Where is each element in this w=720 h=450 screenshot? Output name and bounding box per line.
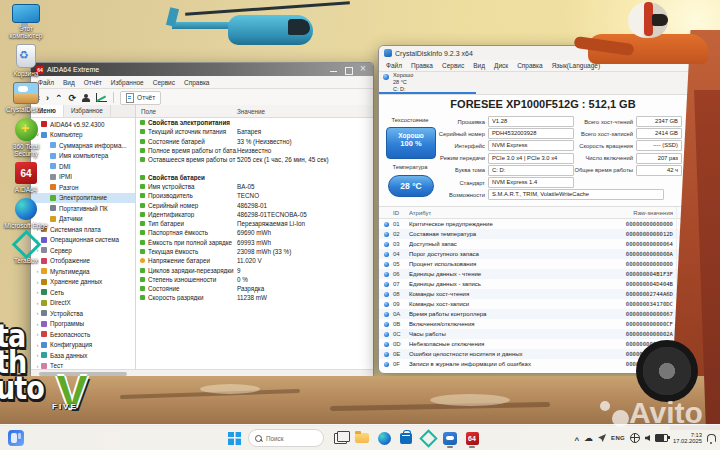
search-input[interactable]: Поиск bbox=[248, 429, 324, 447]
tree-item-database[interactable]: ›База данных bbox=[31, 350, 135, 361]
battery-icon[interactable] bbox=[655, 434, 668, 442]
cdi-menu-item[interactable]: Вид bbox=[473, 62, 485, 69]
drive-tab-status: Хорошо bbox=[393, 72, 707, 79]
health-status-button[interactable]: Хорошо 100 % bbox=[386, 127, 436, 159]
cdi-menu-item[interactable]: Диск bbox=[494, 62, 508, 69]
network-icon[interactable] bbox=[630, 433, 640, 443]
send-arrow-icon[interactable] bbox=[598, 434, 606, 442]
tree-item-config[interactable]: ›Конфигурация bbox=[31, 340, 135, 351]
taskbar-button-taskview[interactable] bbox=[331, 428, 349, 448]
smart-attribute-row[interactable]: 09Команды хост-записи000000034170DC bbox=[379, 299, 707, 309]
cdi-menu-item[interactable]: Сервис bbox=[442, 62, 464, 69]
crystaldiskinfo-window[interactable]: CrystalDiskInfo 9.2.3 x64 ФайлПравкаСерв… bbox=[378, 45, 708, 374]
smart-attribute-row[interactable]: 07Единицы данных - запись000000004D404B bbox=[379, 279, 707, 289]
notifications-bell-icon[interactable] bbox=[707, 434, 716, 442]
tree-expand-icon[interactable]: › bbox=[34, 289, 41, 295]
cdi-menu-item[interactable]: Файл bbox=[386, 62, 402, 69]
language-indicator[interactable]: ENG bbox=[611, 435, 625, 441]
property-row[interactable]: Имя устройстваBA-05 bbox=[136, 182, 373, 191]
refresh-icon[interactable]: ⟳ bbox=[69, 93, 77, 103]
cdi-drive-selector[interactable]: Хорошо 28 °C C: D: bbox=[379, 72, 707, 95]
smart-attribute-row[interactable]: 01Критическое предупреждение000000000000… bbox=[379, 219, 707, 229]
minimize-icon[interactable] bbox=[330, 66, 338, 74]
aida-menu-item[interactable]: Справка bbox=[184, 79, 210, 86]
row-spacer bbox=[136, 164, 373, 172]
tree-expand-icon[interactable]: › bbox=[34, 300, 41, 306]
aida-menu-item[interactable]: Избранное bbox=[111, 79, 144, 86]
smart-attribute-row[interactable]: 0CЧасы работы0000000000002A bbox=[379, 329, 707, 339]
property-row[interactable]: Скорость разрядки11238 mW bbox=[136, 293, 373, 302]
property-row[interactable]: Серийный номер486298-01 bbox=[136, 200, 373, 209]
property-row[interactable]: СостояниеРазрядка bbox=[136, 284, 373, 293]
desktop-icon-edge[interactable]: Microsoft Edge bbox=[2, 198, 50, 229]
taskbar-clock[interactable]: 7:13 17.02.2025 bbox=[673, 432, 702, 445]
temperature-button[interactable]: 28 °C bbox=[388, 175, 434, 197]
aida64-window[interactable]: 64 AIDA64 Extreme ФайлВидОтчётИзбранноеС… bbox=[30, 62, 374, 379]
cdi-app-icon bbox=[384, 49, 392, 57]
taskbar-button-cdi[interactable] bbox=[441, 428, 459, 448]
smart-attribute-row[interactable]: 05Процент использования00000000000000 bbox=[379, 259, 707, 269]
desktop-icon-recycle-bin[interactable]: Корзина bbox=[2, 44, 50, 77]
smart-attribute-row[interactable]: 0BВключения/отключения000000000000CF bbox=[379, 319, 707, 329]
taskbar-button-aida64[interactable] bbox=[463, 428, 481, 448]
tray-overflow-icon[interactable]: ^ bbox=[574, 436, 579, 445]
smart-attribute-row[interactable]: 03Доступный запас00000000000064 bbox=[379, 239, 707, 249]
maximize-icon[interactable] bbox=[345, 66, 353, 74]
smart-attribute-row[interactable]: 04Порог доступного запаса0000000000000A bbox=[379, 249, 707, 259]
tree-item-programs[interactable]: ›Программы bbox=[31, 319, 135, 330]
field-label: Число включений bbox=[571, 155, 633, 161]
aida-menu-item[interactable]: Вид bbox=[63, 79, 75, 86]
smart-attribute-row[interactable]: 08Команды хост-чтения00000002744A6D bbox=[379, 289, 707, 299]
tree-item-devices[interactable]: ›Устройства bbox=[31, 308, 135, 319]
property-row[interactable]: Степень изношенности0 % bbox=[136, 275, 373, 284]
desktop-icon-crystaldiskinfo[interactable]: CrystalDiskI... bbox=[2, 82, 50, 113]
close-icon[interactable] bbox=[360, 66, 368, 74]
taskbar-button-edge[interactable] bbox=[375, 428, 393, 448]
property-row[interactable]: ПроизводительTECNO bbox=[136, 191, 373, 200]
tree-expand-icon[interactable]: › bbox=[34, 310, 41, 316]
property-row[interactable]: Тип батареиПерезаряжаемая Li-Ion bbox=[136, 219, 373, 228]
smart-attribute-row[interactable]: 06Единицы данных - чтение000000004B1F3F bbox=[379, 269, 707, 279]
taskbar-button-folder[interactable] bbox=[353, 428, 371, 448]
property-row[interactable]: Идентификатор486298-01TECNOBA-05 bbox=[136, 210, 373, 219]
desktop-icon-this-pc[interactable]: Этот компьютер bbox=[2, 4, 50, 39]
aida-menu-item[interactable]: Сервис bbox=[153, 79, 175, 86]
taskbar-button-terabox[interactable] bbox=[419, 428, 437, 448]
smart-attribute-row[interactable]: 0AВремя работы контроллера00000000000067 bbox=[379, 309, 707, 319]
property-row[interactable]: Полное время работы от бата...Неизвестно bbox=[136, 146, 373, 155]
desktop-icon-360-total-security[interactable]: 360 Total Security bbox=[2, 118, 50, 157]
aida-menu-item[interactable]: Отчёт bbox=[84, 79, 102, 86]
property-value: Батарея bbox=[237, 128, 261, 135]
tree-expand-icon[interactable]: › bbox=[34, 279, 41, 285]
tree-expand-icon[interactable]: › bbox=[34, 268, 41, 274]
start-button[interactable] bbox=[228, 432, 241, 445]
volume-icon[interactable] bbox=[645, 435, 650, 441]
taskbar-button-store[interactable] bbox=[397, 428, 415, 448]
widgets-button[interactable] bbox=[8, 430, 24, 446]
cdi-menu-item[interactable]: Справка bbox=[517, 62, 543, 69]
tree-item-directx[interactable]: ›DirectX bbox=[31, 298, 135, 309]
smart-attribute-row[interactable]: 02Составная температура0000000000012D bbox=[379, 229, 707, 239]
desktop-icon-terabox[interactable]: TeraBox bbox=[2, 234, 50, 264]
property-row[interactable]: Оставшееся время работы от ...5205 сек (… bbox=[136, 155, 373, 164]
onedrive-icon[interactable]: ☁ bbox=[584, 433, 593, 443]
property-value: 486298-01 bbox=[237, 202, 267, 209]
tree-item-security[interactable]: ›Безопасность bbox=[31, 329, 135, 340]
aida64-titlebar[interactable]: 64 AIDA64 Extreme bbox=[31, 63, 373, 76]
property-row[interactable]: Напряжение батареи11.020 V bbox=[136, 256, 373, 265]
property-row[interactable]: Текущий источник питанияБатарея bbox=[136, 127, 373, 136]
tab-favorites[interactable]: Избранное bbox=[64, 105, 111, 117]
property-row[interactable]: Ёмкость при полной зарядке69993 mWh bbox=[136, 238, 373, 247]
desktop-icon-aida64[interactable]: AIDA64 bbox=[2, 162, 50, 193]
up-icon[interactable]: ⌃ bbox=[55, 93, 63, 103]
property-row[interactable]: Состояние батарей33 % (Неизвестно) bbox=[136, 137, 373, 146]
tree-item-storage[interactable]: ›Хранение данных bbox=[31, 277, 135, 288]
property-row[interactable]: Циклов зарядки-перезарядки9 bbox=[136, 265, 373, 274]
property-row[interactable]: Паспортная ёмкость69690 mWh bbox=[136, 228, 373, 237]
report-button[interactable]: Отчёт bbox=[120, 91, 161, 105]
cdi-menu-item[interactable]: Правка bbox=[411, 62, 433, 69]
tree-item-network[interactable]: ›Сеть bbox=[31, 287, 135, 298]
chart-icon[interactable] bbox=[96, 93, 107, 102]
user-icon[interactable] bbox=[82, 94, 90, 102]
property-row[interactable]: Текущая ёмкость23098 mWh (33 %) bbox=[136, 247, 373, 256]
